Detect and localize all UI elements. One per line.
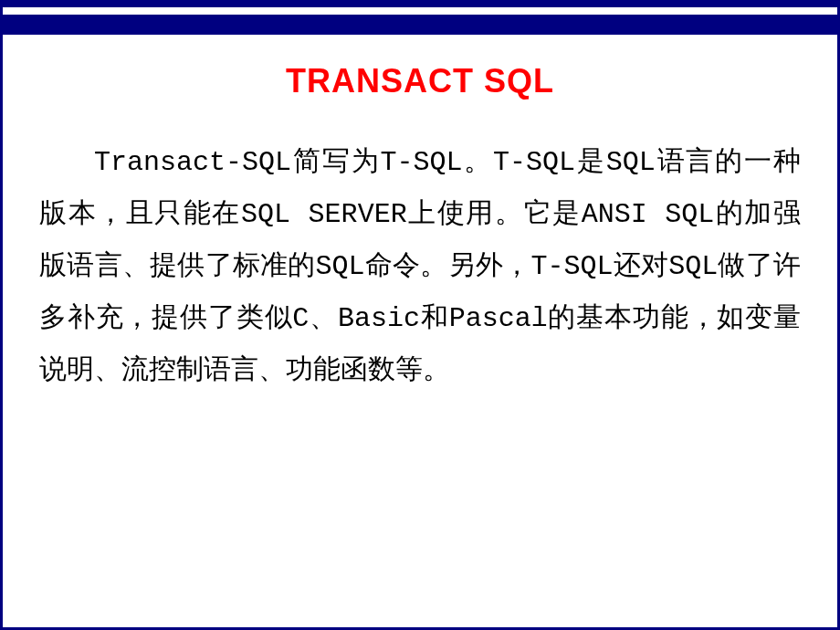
decorative-bar-thick	[3, 15, 837, 35]
decorative-bar-thin	[3, 0, 837, 7]
slide-container: TRANSACT SQL Transact-SQL简写为T-SQL。T-SQL是…	[0, 0, 840, 630]
slide-title: TRANSACT SQL	[39, 62, 801, 100]
content-area: TRANSACT SQL Transact-SQL简写为T-SQL。T-SQL是…	[3, 35, 837, 415]
decorative-bar-gap	[3, 7, 837, 15]
slide-body-text: Transact-SQL简写为T-SQL。T-SQL是SQL语言的一种版本，且只…	[39, 137, 801, 397]
